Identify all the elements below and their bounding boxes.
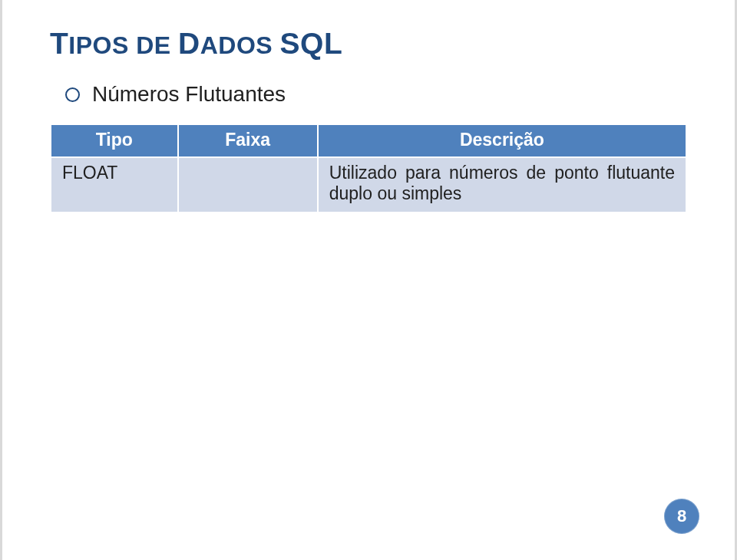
title-text-3: D: [178, 27, 200, 60]
cell-faixa: [178, 157, 318, 212]
page-number-badge: 8: [664, 499, 699, 534]
title-text-4: ADOS: [200, 31, 280, 59]
circle-bullet-icon: [65, 87, 80, 102]
title-text-5: SQL: [280, 27, 343, 60]
table-header-row: Tipo Faixa Descrição: [51, 124, 686, 157]
slide: TIPOS DE DADOS SQL Números Flutuantes Ti…: [0, 0, 737, 560]
page-number: 8: [677, 506, 686, 526]
slide-title: TIPOS DE DADOS SQL: [50, 27, 687, 61]
table-header-faixa: Faixa: [178, 124, 318, 157]
table-header-descricao: Descrição: [318, 124, 686, 157]
bullet-item: Números Flutuantes: [65, 82, 687, 107]
title-text-1: T: [50, 27, 68, 60]
cell-descricao: Utilizado para números de ponto flutuant…: [318, 157, 686, 212]
table-header-tipo: Tipo: [51, 124, 178, 157]
cell-tipo: FLOAT: [51, 157, 178, 212]
bullet-label: Números Flutuantes: [92, 82, 286, 107]
title-text-2: IPOS DE: [68, 31, 178, 59]
data-type-table: Tipo Faixa Descrição FLOAT Utilizado par…: [50, 124, 687, 213]
table-row: FLOAT Utilizado para números de ponto fl…: [51, 157, 686, 212]
